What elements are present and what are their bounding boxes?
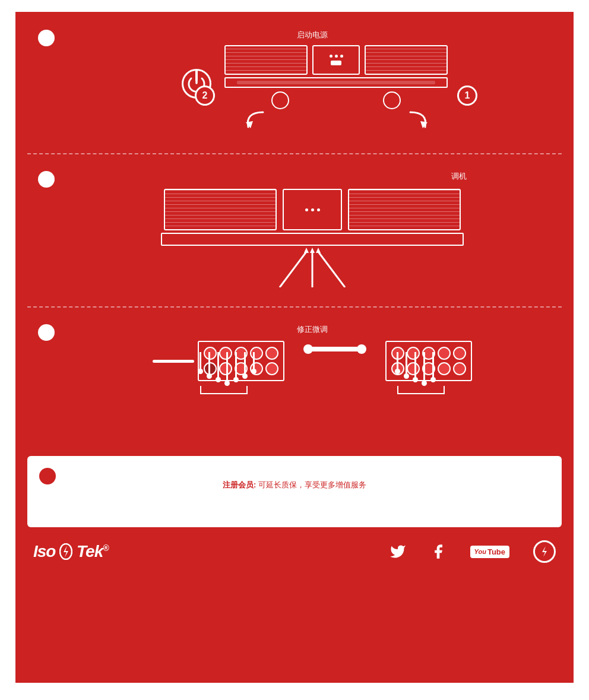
register-prefix: 注册会员: bbox=[223, 480, 256, 489]
social-icons: You Tube bbox=[390, 540, 556, 563]
section2-content: 调机 bbox=[63, 171, 562, 287]
svg-line-5 bbox=[318, 252, 345, 287]
facebook-icon[interactable] bbox=[430, 543, 446, 560]
svg-line-3 bbox=[280, 252, 306, 287]
device-diagram-s1: 2 1 bbox=[211, 45, 461, 109]
tuning-arrows bbox=[161, 246, 464, 287]
section3-content: 修正微调 bbox=[63, 324, 562, 394]
svg-marker-11 bbox=[542, 546, 547, 557]
step2-circle bbox=[38, 171, 55, 188]
step3-circle bbox=[38, 324, 55, 341]
svg-marker-8 bbox=[316, 248, 321, 253]
section-register: 注册会员: 可延长质保，享受更多增值服务 bbox=[27, 456, 562, 527]
isotek-web-icon[interactable] bbox=[533, 540, 556, 563]
footer: Iso Tek® bbox=[27, 534, 562, 563]
section3-label: 修正微调 bbox=[297, 324, 328, 335]
svg-marker-6 bbox=[304, 248, 309, 253]
badge-1: 1 bbox=[457, 85, 477, 106]
connector-left bbox=[271, 91, 289, 109]
divider-1 bbox=[27, 153, 562, 154]
svg-marker-2 bbox=[420, 121, 428, 128]
section-power-on: 启动电源 bbox=[27, 24, 562, 142]
step1-circle bbox=[38, 30, 55, 46]
ft-cable-middle bbox=[308, 347, 362, 351]
isotek-logo: Iso Tek® bbox=[33, 542, 109, 562]
device-diagram-s2 bbox=[158, 189, 467, 287]
arrow-left-curve bbox=[242, 109, 266, 133]
svg-marker-7 bbox=[310, 248, 315, 253]
badge-2: 2 bbox=[195, 85, 215, 106]
logo-lightning-in-o bbox=[55, 542, 77, 560]
section-tuning: 调机 bbox=[27, 165, 562, 296]
section2-label: 调机 bbox=[451, 171, 467, 182]
register-suffix: 可延长质保，享受更多增值服务 bbox=[258, 480, 366, 489]
fine-tune-left bbox=[153, 341, 284, 394]
page-container: 启动电源 bbox=[15, 12, 574, 683]
fine-tune-right bbox=[385, 341, 472, 394]
divider-2 bbox=[27, 306, 562, 308]
fine-tune-row bbox=[63, 341, 562, 394]
svg-marker-1 bbox=[246, 121, 253, 128]
logo-tek: Tek bbox=[77, 542, 103, 560]
svg-marker-10 bbox=[64, 546, 68, 558]
logo-text: Iso Tek® bbox=[33, 542, 109, 562]
twitter-icon[interactable] bbox=[390, 543, 406, 560]
logo-reg: ® bbox=[103, 543, 108, 552]
youtube-icon[interactable]: You Tube bbox=[470, 546, 509, 558]
logo-iso: Iso bbox=[33, 542, 55, 560]
section-fine-tuning: 修正微调 bbox=[27, 318, 562, 449]
connector-right bbox=[383, 91, 401, 109]
section1-content: 启动电源 bbox=[63, 30, 562, 109]
step4-circle bbox=[39, 468, 56, 484]
arrow-right-curve bbox=[407, 109, 431, 133]
section4-text: 注册会员: 可延长质保，享受更多增值服务 bbox=[45, 468, 544, 490]
section1-label: 启动电源 bbox=[297, 30, 328, 40]
